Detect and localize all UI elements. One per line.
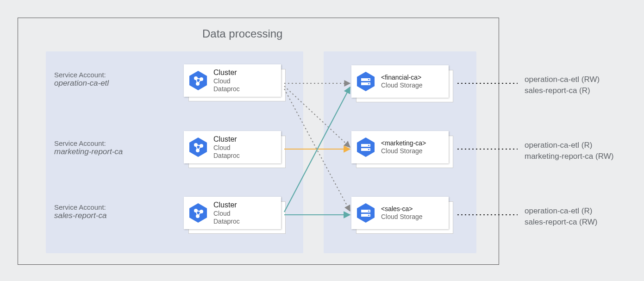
perm-line: operation-ca-etl (R) xyxy=(525,206,597,217)
card-sub: Cloud xyxy=(213,144,240,152)
perm-line: operation-ca-etl (R) xyxy=(525,140,613,151)
sa-label: Service Account: xyxy=(54,203,106,211)
card-title: Cluster xyxy=(213,135,240,144)
storage-icon xyxy=(355,202,376,224)
storage-panel: <financial-ca> Cloud Storage <marketing-… xyxy=(324,51,476,253)
dataproc-icon xyxy=(188,202,209,224)
card-title: Cluster xyxy=(213,68,240,77)
dataproc-icon xyxy=(188,137,209,158)
bucket-sub: Cloud Storage xyxy=(381,81,423,90)
perm-line: operation-ca-etl (RW) xyxy=(525,74,600,85)
sa-name-sales: sales-report-ca xyxy=(54,211,106,220)
outer-frame: Data processing Service Account: operati… xyxy=(18,18,499,265)
dataproc-icon xyxy=(188,70,209,91)
bucket-name: <sales-ca> xyxy=(381,205,423,213)
bucket-name: <marketing-ca> xyxy=(381,139,426,148)
card-sub: Cloud xyxy=(213,77,240,86)
card-sub: Dataproc xyxy=(213,152,240,160)
bucket-sub: Cloud Storage xyxy=(381,147,426,156)
card-sub: Dataproc xyxy=(213,218,240,226)
sa-block-2: Service Account: sales-report-ca xyxy=(54,203,106,220)
storage-icon xyxy=(355,71,376,92)
perm-block-2: operation-ca-etl (R) sales-report-ca (RW… xyxy=(525,206,597,228)
bucket-sub: Cloud Storage xyxy=(381,213,423,221)
perm-line: sales-report-ca (RW) xyxy=(525,217,597,228)
card-sub: Dataproc xyxy=(213,85,240,94)
perm-block-1: operation-ca-etl (R) marketing-report-ca… xyxy=(525,140,613,162)
sa-name-operation: operation-ca-etl xyxy=(54,79,109,88)
storage-icon xyxy=(355,137,376,158)
clusters-panel: Service Account: operation-ca-etl Servic… xyxy=(46,51,303,253)
card-title: Cluster xyxy=(213,200,240,210)
sa-label: Service Account: xyxy=(54,71,109,79)
perm-line: sales-report-ca (R) xyxy=(525,85,600,96)
sa-label: Service Account: xyxy=(54,139,123,147)
diagram-title: Data processing xyxy=(202,27,282,40)
perm-block-0: operation-ca-etl (RW) sales-report-ca (R… xyxy=(525,74,600,96)
sa-block-1: Service Account: marketing-report-ca xyxy=(54,139,123,156)
bucket-name: <financial-ca> xyxy=(381,74,423,82)
perm-line: marketing-report-ca (RW) xyxy=(525,151,613,162)
sa-block-0: Service Account: operation-ca-etl xyxy=(54,71,109,88)
card-sub: Cloud xyxy=(213,210,240,218)
sa-name-marketing: marketing-report-ca xyxy=(54,147,123,156)
